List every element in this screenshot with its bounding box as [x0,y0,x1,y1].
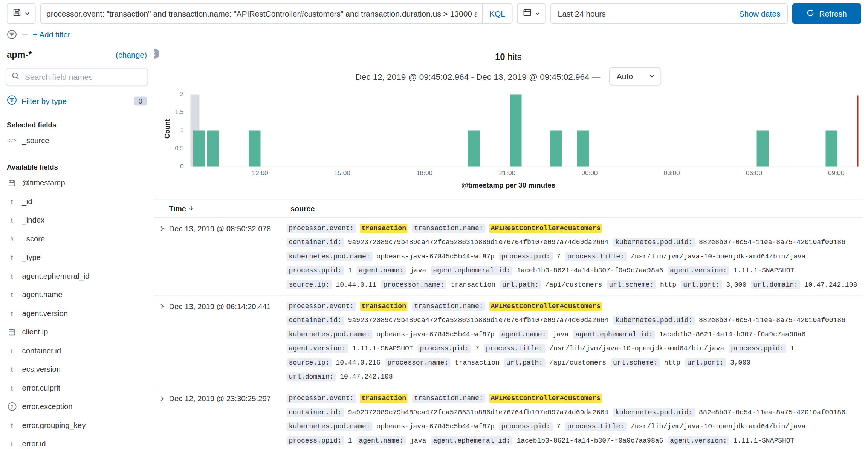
histogram-bar[interactable] [825,131,837,167]
field-key: transaction.name: [412,394,486,403]
field-pair: agent.name: java [357,266,426,276]
field-pair: process.title: /usr/lib/jvm/java-10-open… [484,344,724,354]
field-pair: transaction.name: APIRestController#cust… [412,394,602,404]
refresh-button[interactable]: Refresh [792,3,861,24]
refresh-label: Refresh [819,9,847,18]
histogram-bar[interactable] [577,131,589,167]
chevron-down-icon [649,72,655,81]
field-pair: agent.name: java [357,436,426,446]
field-pair: process.ppid: 1 [287,266,352,276]
field-value: /usr/lib/jvm/java-10-openjdk-amd64/bin/j… [631,423,805,431]
field-item-error.culprit[interactable]: terror.culprit [5,379,149,397]
field-item-agent.ephemeral_id[interactable]: tagent.ephemeral_id [5,267,149,286]
doc-timestamp: Dec 12, 2019 @ 23:30:25.297 [169,394,287,447]
field-key: url.port: [685,358,726,367]
field-value: 1 [348,267,352,275]
field-value: 9a92372089c79b489ca472fca528631b886d1e76… [348,409,608,417]
string-type-icon: t [7,216,17,224]
field-key: agent.ephemeral_id: [573,330,655,339]
field-value: java [410,267,426,275]
interval-select[interactable]: Auto [609,67,661,86]
calendar-icon [523,8,532,19]
fields-sidebar: apm-* (change) Filter by type 0 Selected… [0,44,154,447]
field-key: source.ip: [287,280,332,289]
field-value: 1.11.1-SNAPSHOT [352,345,413,353]
field-pair: url.port: 3,000 [681,280,746,290]
histogram-bar[interactable] [249,131,261,167]
show-dates-button[interactable]: Show dates [732,9,787,18]
search-icon [11,72,20,82]
field-value: 7 [556,423,561,431]
field-item-agent.version[interactable]: tagent.version [5,304,149,323]
field-pair: kubernetes.pod.name: opbeans-java-67845c… [287,422,495,432]
histogram-bar[interactable] [510,95,522,167]
field-key: kubernetes.pod.name: [287,252,373,261]
change-index-pattern-button[interactable]: (change) [116,50,147,60]
field-pair: process.ppid: 1 [287,436,352,446]
field-name: ecs.version [22,365,61,374]
save-icon [12,8,21,19]
filter-bar: + Add filter [0,24,868,44]
y-axis-tick: 1.5 [160,108,184,115]
field-key: process.pid: [418,344,471,353]
histogram-bar[interactable] [757,131,769,167]
histogram-bar[interactable] [550,131,562,167]
date-picker-button[interactable] [517,3,546,24]
field-item-agent.name[interactable]: tagent.name [5,286,149,304]
field-item-error.id[interactable]: terror.id [5,435,149,447]
field-name: agent.ephemeral_id [22,272,90,281]
doc-source: processor.event: transactiontransaction.… [287,394,863,447]
field-pair: container.id: 9a92372089c79b489ca472fca5… [287,408,609,418]
field-key: kubernetes.pod.uid: [613,316,695,325]
field-item-_score[interactable]: #_score [5,229,149,248]
sort-descending-icon [188,205,195,213]
filter-options-icon[interactable] [7,29,17,40]
field-name: _score [22,235,45,243]
kql-language-button[interactable]: KQL [482,4,512,23]
field-key: process.pid: [499,252,553,261]
field-search-input[interactable] [24,72,142,82]
field-item-_source[interactable]: </>_source [5,131,149,150]
unknown-type-icon: ? [7,402,17,411]
expand-row-toggle[interactable] [154,394,169,447]
filter-by-type-button[interactable]: Filter by type [21,97,130,106]
field-pair: process.pid: 7 [499,422,561,432]
field-key: process.ppid: [729,344,786,353]
histogram-bar[interactable] [193,131,205,167]
field-item-@timestamp[interactable]: @timestamp [5,174,149,192]
field-item-error.exception[interactable]: ?error.exception [5,397,149,416]
field-key: url.port: [681,280,722,289]
y-axis-tick: 2 [160,90,184,97]
field-name: agent.name [22,290,63,299]
field-item-_type[interactable]: t_type [5,248,149,267]
add-filter-button[interactable]: + Add filter [33,30,70,39]
hits-count: 10 [495,52,505,62]
expand-row-toggle[interactable] [154,224,169,290]
field-name: error.exception [22,402,73,411]
field-item-ecs.version[interactable]: tecs.version [5,360,149,379]
calendar-icon [7,179,17,186]
field-item-client.ip[interactable]: client.ip [5,323,149,342]
histogram-plot[interactable]: 12:0015:0018:0021:0000:0003:0006:0009:00 [191,95,859,168]
string-type-icon: t [7,309,17,317]
x-axis-tick: 21:00 [499,170,515,176]
time-range-button[interactable]: Last 24 hours [551,9,732,18]
expand-row-toggle[interactable] [154,302,169,382]
document-rows: Dec 13, 2019 @ 08:50:32.078processor.eve… [154,218,863,447]
query-input[interactable] [41,9,482,18]
field-value: 1 [348,437,352,445]
field-item-_index[interactable]: t_index [5,211,149,230]
field-search [6,68,148,86]
field-pair: kubernetes.pod.uid: 882e8b07-0c54-11ea-8… [613,316,845,326]
save-query-button[interactable] [7,3,36,24]
field-item-_id[interactable]: t_id [5,192,149,211]
histogram-bar[interactable] [468,131,480,167]
histogram-bar[interactable] [207,131,219,167]
time-column-header[interactable]: Time [169,205,287,213]
field-name: _source [22,136,49,145]
field-item-container.id[interactable]: tcontainer.id [5,341,149,360]
field-value: 10.44.0.11 [336,281,376,289]
field-item-error.grouping_key[interactable]: terror.grouping_key [5,416,149,435]
field-key: url.path: [500,280,541,289]
field-pair: url.port: 3,000 [685,358,750,368]
